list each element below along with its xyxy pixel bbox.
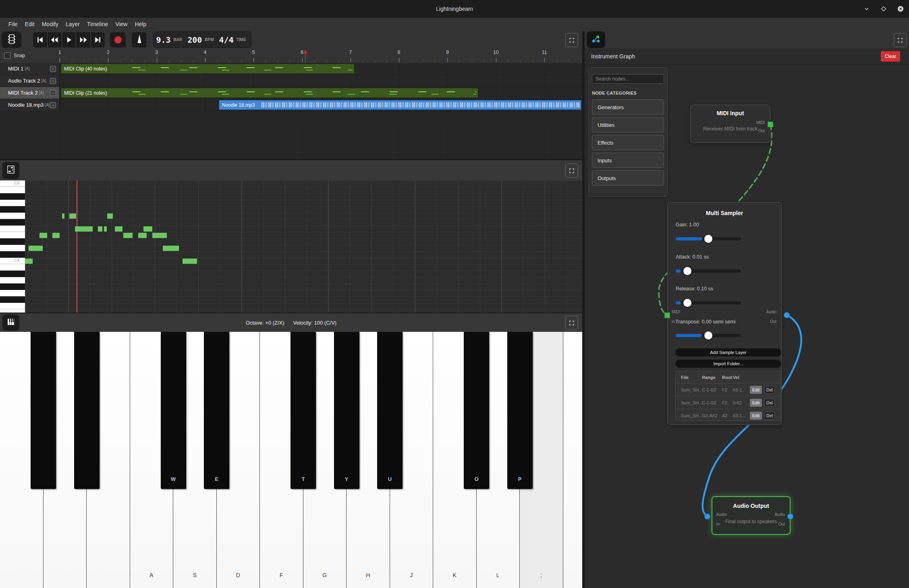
metronome-button[interactable] <box>132 32 147 48</box>
record-button[interactable] <box>110 32 126 48</box>
black-key-y[interactable]: Y <box>334 332 359 489</box>
node-audio-output[interactable]: Audio Output Final output to speakers Au… <box>712 496 791 535</box>
piano-roll-key[interactable] <box>0 303 25 309</box>
midi-note[interactable] <box>183 259 197 264</box>
node-graph-mode-button[interactable] <box>587 31 605 48</box>
piano-roll-key[interactable] <box>0 238 25 245</box>
transpose-slider[interactable] <box>676 334 741 337</box>
midi-note[interactable] <box>163 246 179 251</box>
black-key-t[interactable]: T <box>291 332 316 489</box>
midi-note[interactable] <box>143 226 152 232</box>
del-button[interactable]: Del <box>764 386 775 394</box>
del-button[interactable]: Del <box>764 412 775 420</box>
midi-note[interactable] <box>98 226 102 232</box>
track-lane[interactable] <box>60 75 582 87</box>
menu-file[interactable]: File <box>5 18 21 31</box>
piano-roll-key[interactable] <box>0 271 25 277</box>
track-header-midi2-selected[interactable]: MIDI Track 2 [A] - <box>0 87 60 99</box>
black-key-e[interactable]: E <box>204 332 229 489</box>
track-collapse-button[interactable]: - <box>50 66 56 72</box>
clear-button[interactable]: Clear <box>881 51 900 62</box>
add-sample-layer-button[interactable]: Add Sample Layer <box>675 348 781 356</box>
minimize-icon[interactable] <box>863 6 870 12</box>
category-inputs[interactable]: Inputs <box>592 153 664 168</box>
piano-roll-key[interactable] <box>0 226 25 232</box>
attack-slider[interactable] <box>676 269 741 273</box>
black-key-w[interactable]: W <box>161 332 186 489</box>
track-collapse-button[interactable]: - <box>50 78 56 84</box>
midi-note[interactable] <box>29 246 43 251</box>
track-header-midi1[interactable]: MIDI 1 [A] - <box>0 63 60 75</box>
fast-forward-button[interactable] <box>76 32 91 48</box>
timeline-ruler[interactable]: Snap 1234567891011 <box>0 48 582 63</box>
midi-note[interactable] <box>115 226 122 232</box>
category-outputs[interactable]: Outputs <box>592 170 664 186</box>
track-lane[interactable]: Noodle 18.mp3 <box>60 99 582 111</box>
track-header-noodle[interactable]: Noodle 18.mp3 [A] - <box>0 99 60 111</box>
piano-roll-key[interactable] <box>0 193 25 200</box>
menu-edit[interactable]: Edit <box>21 18 38 31</box>
graph-canvas[interactable]: NODE CATEGORIES Generators Utilities Eff… <box>585 64 909 588</box>
close-icon[interactable] <box>897 6 904 12</box>
menu-view[interactable]: View <box>112 18 131 31</box>
piano-roll-key[interactable] <box>0 232 25 238</box>
slider-thumb[interactable] <box>683 267 691 275</box>
piano-roll-key[interactable] <box>0 309 25 313</box>
midi-note[interactable] <box>52 233 60 238</box>
tempo-display[interactable]: 9.3 BAR 200 BPM 4/4 TIME <box>153 31 251 48</box>
piano-roll-key[interactable] <box>0 290 25 296</box>
timeline-fullscreen-button[interactable] <box>565 33 578 47</box>
play-button[interactable] <box>62 32 77 48</box>
piano-roll-key[interactable] <box>0 296 25 303</box>
piano-roll-key[interactable] <box>0 213 25 219</box>
track-collapse-button[interactable]: - <box>50 90 56 96</box>
midi-note[interactable] <box>104 226 107 232</box>
track-lane[interactable]: MIDI Clip (40 notes) <box>60 63 582 75</box>
piano-roll-key[interactable]: C4 <box>0 258 25 264</box>
midi-note[interactable] <box>25 259 33 264</box>
del-button[interactable]: Del <box>764 399 775 407</box>
graph-fullscreen-button[interactable] <box>894 33 907 47</box>
maximize-icon[interactable] <box>880 6 887 12</box>
piano-roll-key[interactable] <box>0 264 25 271</box>
skip-start-button[interactable] <box>33 32 48 48</box>
midi-note[interactable] <box>75 226 93 232</box>
menu-help[interactable]: Help <box>131 18 150 31</box>
black-key-u[interactable]: U <box>377 332 403 489</box>
menu-timeline[interactable]: Timeline <box>83 18 112 31</box>
piano-roll-key[interactable] <box>0 206 25 213</box>
midi-in-port[interactable] <box>664 313 670 318</box>
midi-clip[interactable]: MIDI Clip (40 notes) <box>61 64 355 74</box>
piano-roll-key[interactable] <box>0 251 25 258</box>
skip-end-button[interactable] <box>91 32 105 48</box>
piano-roll-fullscreen-button[interactable] <box>565 164 578 178</box>
gain-slider[interactable] <box>676 237 741 240</box>
midi-note[interactable] <box>62 213 64 219</box>
menu-modify[interactable]: Modify <box>38 18 62 31</box>
midi-note[interactable] <box>123 233 133 238</box>
midi-clip[interactable]: MIDI Clip (21 notes) <box>61 88 478 98</box>
midi-note[interactable] <box>39 233 47 238</box>
piano-roll-key[interactable] <box>0 284 25 290</box>
audio-in-port[interactable] <box>704 513 710 520</box>
piano-roll-playhead[interactable] <box>77 180 77 313</box>
edit-button[interactable]: Edit <box>750 386 762 394</box>
black-key-p[interactable]: P <box>507 332 533 489</box>
keyboard-fullscreen-button[interactable] <box>565 316 578 330</box>
search-input[interactable] <box>592 74 664 84</box>
edit-button[interactable]: Edit <box>750 412 762 420</box>
import-folder-button[interactable]: Import Folder... <box>675 360 781 368</box>
piano-roll-key[interactable] <box>0 277 25 284</box>
midi-out-port[interactable] <box>768 122 773 127</box>
audio-clip[interactable]: Noodle 18.mp3 <box>219 100 581 110</box>
piano-roll-grid[interactable] <box>25 180 582 313</box>
rewind-button[interactable] <box>48 32 62 48</box>
node-midi-input[interactable]: MIDI Input Receives MIDI from track MIDI… <box>690 105 770 143</box>
piano-roll-key[interactable] <box>0 219 25 226</box>
category-utilities[interactable]: Utilities <box>592 117 664 133</box>
slider-thumb[interactable] <box>683 299 691 307</box>
midi-note[interactable] <box>138 233 147 238</box>
piano-roll-key[interactable] <box>0 187 25 193</box>
edit-button[interactable]: Edit <box>750 399 762 407</box>
black-key-o[interactable]: O <box>464 332 489 489</box>
